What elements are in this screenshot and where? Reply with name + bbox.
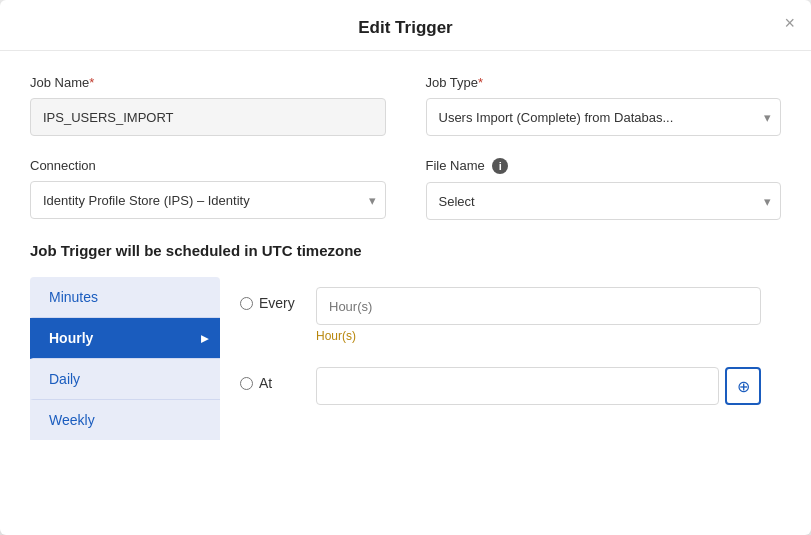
modal-header: Edit Trigger × [0, 0, 811, 51]
at-radio-label[interactable]: At [240, 367, 300, 391]
at-input-group: ⊕ [316, 367, 761, 405]
job-type-label: Job Type* [426, 75, 782, 90]
edit-trigger-modal: Edit Trigger × Job Name* Job Type* Users… [0, 0, 811, 535]
file-name-info-icon: i [492, 158, 508, 174]
at-fields: ⊕ [316, 367, 761, 405]
form-row-2: Connection Identity Profile Store (IPS) … [30, 158, 781, 220]
every-input[interactable] [316, 287, 761, 325]
modal-body: Job Name* Job Type* Users Import (Comple… [0, 51, 811, 460]
every-radio[interactable] [240, 297, 253, 310]
scheduler-heading: Job Trigger will be scheduled in UTC tim… [30, 242, 781, 259]
job-type-select-wrapper: Users Import (Complete) from Databas... [426, 98, 782, 136]
job-type-group: Job Type* Users Import (Complete) from D… [426, 75, 782, 136]
plus-icon: ⊕ [737, 377, 750, 396]
job-type-select[interactable]: Users Import (Complete) from Databas... [426, 98, 782, 136]
job-name-group: Job Name* [30, 75, 386, 136]
scheduler-content: Every Hour(s) At [220, 277, 781, 440]
sidebar-item-daily[interactable]: Daily [30, 359, 220, 400]
scheduler-container: Minutes Hourly Daily Weekly Eve [30, 277, 781, 440]
file-name-group: File Name i Select [426, 158, 782, 220]
sidebar-item-hourly[interactable]: Hourly [30, 318, 220, 359]
at-add-button[interactable]: ⊕ [725, 367, 761, 405]
form-row-1: Job Name* Job Type* Users Import (Comple… [30, 75, 781, 136]
sidebar-item-minutes[interactable]: Minutes [30, 277, 220, 318]
close-button[interactable]: × [784, 14, 795, 32]
scheduler-sidebar: Minutes Hourly Daily Weekly [30, 277, 220, 440]
at-radio[interactable] [240, 377, 253, 390]
every-hint: Hour(s) [316, 329, 761, 343]
every-fields: Hour(s) [316, 287, 761, 343]
file-name-label: File Name i [426, 158, 782, 174]
connection-label: Connection [30, 158, 386, 173]
at-option: At ⊕ [240, 367, 761, 405]
file-name-select[interactable]: Select [426, 182, 782, 220]
job-name-input[interactable] [30, 98, 386, 136]
at-input[interactable] [316, 367, 719, 405]
connection-select-wrapper: Identity Profile Store (IPS) – Identity [30, 181, 386, 219]
modal-title: Edit Trigger [358, 18, 452, 37]
sidebar-item-weekly[interactable]: Weekly [30, 400, 220, 440]
job-name-label: Job Name* [30, 75, 386, 90]
connection-group: Connection Identity Profile Store (IPS) … [30, 158, 386, 220]
connection-select[interactable]: Identity Profile Store (IPS) – Identity [30, 181, 386, 219]
every-option: Every Hour(s) [240, 287, 761, 343]
every-radio-label[interactable]: Every [240, 287, 300, 311]
file-name-select-wrapper: Select [426, 182, 782, 220]
